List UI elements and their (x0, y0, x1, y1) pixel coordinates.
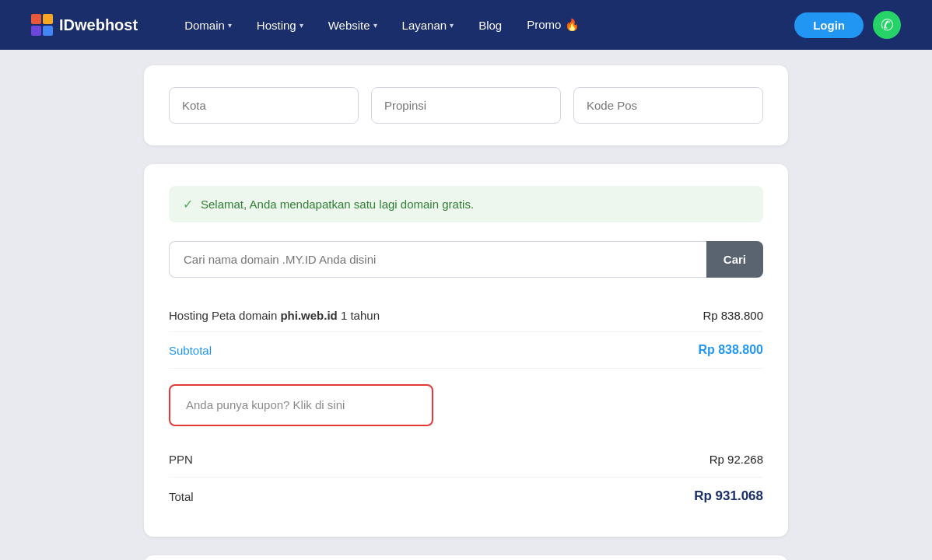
payment-card: Payment (144, 555, 788, 560)
domain-search-row: Cari (169, 241, 763, 278)
nav-hosting[interactable]: Hosting ▾ (247, 12, 313, 38)
ppn-price: Rp 92.268 (710, 453, 763, 466)
nav-promo[interactable]: Promo 🔥 (517, 12, 588, 38)
domain-name: phi.web.id (280, 309, 337, 322)
chevron-down-icon: ▾ (373, 21, 377, 30)
navbar: IDwebhost Domain ▾ Hosting ▾ Website ▾ L… (0, 0, 932, 50)
fields-row (169, 87, 763, 124)
kode-pos-input[interactable] (573, 87, 763, 124)
nav-website[interactable]: Website ▾ (319, 12, 387, 38)
check-icon: ✓ (183, 197, 193, 212)
total-label: Total (169, 490, 194, 503)
nav-domain[interactable]: Domain ▾ (175, 12, 241, 38)
login-button[interactable]: Login (794, 12, 864, 38)
address-fields-card (144, 65, 788, 145)
hosting-label: Hosting Peta domain phi.web.id 1 tahun (169, 309, 380, 322)
subtotal-row: Subtotal Rp 838.800 (169, 332, 763, 369)
kota-input[interactable] (169, 87, 359, 124)
subtotal-label: Subtotal (169, 344, 212, 357)
ppn-label: PPN (169, 453, 193, 466)
nav-actions: Login ✆ (794, 11, 901, 39)
chevron-down-icon: ▾ (228, 21, 232, 30)
nav-blog[interactable]: Blog (469, 12, 511, 38)
domain-search-input[interactable] (169, 241, 706, 278)
ppn-row: PPN Rp 92.268 (169, 442, 763, 478)
brand-logo[interactable]: IDwebhost (31, 14, 138, 36)
duration: 1 tahun (341, 309, 380, 322)
chevron-down-icon: ▾ (300, 21, 303, 30)
order-card: ✓ Selamat, Anda mendapatkan satu lagi do… (144, 164, 788, 537)
total-row: Total Rp 931.068 (169, 478, 763, 515)
chevron-down-icon: ▾ (450, 21, 454, 30)
coupon-box[interactable]: Anda punya kupon? Klik di sini (169, 384, 433, 426)
brand-icon (31, 14, 53, 36)
brand-name: IDwebhost (59, 16, 138, 34)
success-banner: ✓ Selamat, Anda mendapatkan satu lagi do… (169, 186, 763, 222)
nav-layanan[interactable]: Layanan ▾ (393, 12, 464, 38)
nav-menu: Domain ▾ Hosting ▾ Website ▾ Layanan ▾ B… (175, 12, 769, 38)
whatsapp-icon[interactable]: ✆ (873, 11, 901, 39)
coupon-placeholder-text: Anda punya kupon? Klik di sini (186, 398, 345, 411)
hosting-price: Rp 838.800 (703, 309, 763, 322)
domain-search-button[interactable]: Cari (706, 241, 763, 278)
propinsi-input[interactable] (371, 87, 561, 124)
hosting-order-row: Hosting Peta domain phi.web.id 1 tahun R… (169, 299, 763, 332)
total-price: Rp 931.068 (694, 488, 763, 504)
success-message: Selamat, Anda mendapatkan satu lagi doma… (201, 198, 474, 211)
subtotal-price: Rp 838.800 (698, 343, 763, 357)
page-content: ✓ Selamat, Anda mendapatkan satu lagi do… (131, 50, 801, 560)
